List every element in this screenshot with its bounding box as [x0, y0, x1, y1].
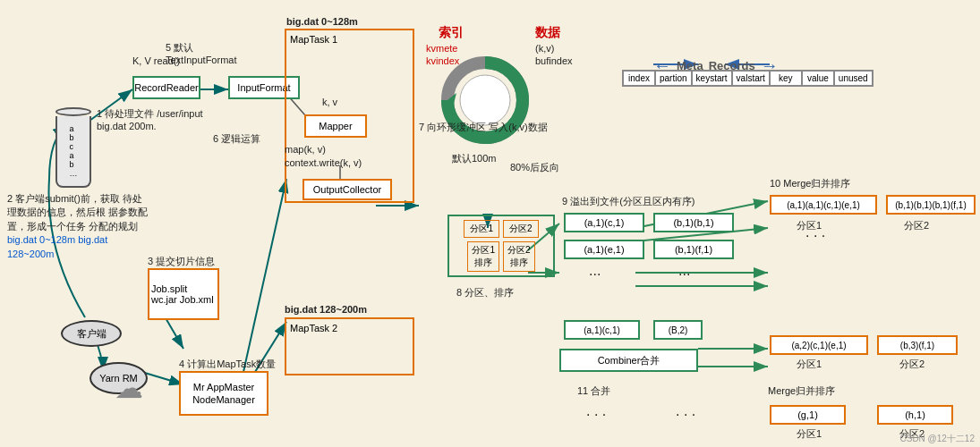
row-a1c1-box: (a,1)(c,1): [564, 213, 644, 232]
appmaster-box: Mr AppMaster NodeManager: [179, 371, 268, 416]
step6-label: 6 逻辑运算: [213, 132, 260, 146]
combiner-result2-box: (b,3)(f,1): [877, 335, 958, 355]
svg-point-26: [460, 75, 510, 125]
row-b1f1-box: (b,1)(f,1): [653, 240, 734, 259]
default100m-label: 默认100m: [452, 152, 497, 165]
partitions-box: 分区1 分区2 分区1排序 分区2排序: [447, 215, 555, 277]
dots-bottom2: · · ·: [676, 407, 695, 423]
partition2-combiner-label: 分区2: [899, 358, 925, 371]
combiner-box: Combiner合并: [559, 349, 698, 372]
footer-label: CSDN @12十二12: [899, 433, 975, 445]
row-a1e1-box: (a,1)(e,1): [564, 240, 644, 259]
dots2: ···: [678, 266, 690, 283]
step10-label: 10 Merge归并排序: [770, 177, 850, 190]
partition2-cell: 分区2: [503, 220, 539, 238]
partition1-sort-cell: 分区1排序: [467, 241, 499, 272]
step3-label: 3 提交切片信息: [148, 255, 215, 268]
row-b1b1-box: (b,1)(b,1): [653, 213, 734, 232]
partition1-final-label: 分区1: [797, 427, 822, 441]
col-keystart: keystart: [692, 71, 732, 86]
percent80-label: 80%后反向: [510, 161, 559, 174]
record-reader-box: RecordReader: [132, 76, 200, 99]
partition1-cell: 分区1: [464, 220, 499, 238]
combiner-result1-box: (a,2)(c,1)(e,1): [770, 335, 868, 355]
partition2-merge-label: 分区2: [904, 219, 929, 232]
combiner-B2-box: (B,2): [653, 320, 703, 340]
dots1: ···: [589, 266, 601, 283]
index-label: 索引: [439, 25, 464, 41]
dots-bottom: · · ·: [586, 407, 606, 423]
diagram-container: abcab… 1 待处理文件 /user/input big.dat 200m.…: [0, 0, 980, 447]
col-partion: partion: [655, 71, 692, 86]
combiner-a1c1-box: (a,1)(c,1): [564, 320, 640, 340]
table-header: index partion keystart valstart key valu…: [622, 70, 873, 87]
col-index: index: [623, 71, 655, 86]
map-kv-label: map(k, v)context.write(k, v): [285, 143, 362, 171]
bufindex-label: bufindex: [535, 55, 573, 66]
step5-label: 5 默认TextInputFormat: [166, 41, 236, 67]
kvmete-label: kvmete: [426, 43, 457, 54]
client-oval: 客户端: [61, 320, 122, 347]
col-unused: unused: [834, 71, 873, 86]
step9-label: 9 溢出到文件(分区且区内有序): [562, 195, 695, 208]
final-g1-box: (g,1): [770, 405, 846, 425]
step11-label: 11 合并: [577, 384, 610, 398]
data-label: 数据: [535, 25, 560, 41]
file-cylinder: abcab…: [55, 107, 91, 188]
step7-label: 7 向环形缓冲区 写入(k,v)数据: [419, 121, 548, 133]
kvindex-label: kvindex: [426, 55, 459, 66]
mapper-box: Mapper: [304, 114, 367, 138]
col-value: value: [802, 71, 834, 86]
step3-box: Job.split wc.jar Job.xml: [148, 268, 219, 320]
kv-data-label: (k,v): [535, 43, 554, 54]
svg-line-20: [242, 179, 286, 380]
col-valstart: valstart: [732, 71, 770, 86]
partition1-merge-label: 分区1: [797, 219, 822, 232]
merge-sort-label: Merge归并排序: [768, 384, 835, 398]
merge-b1b1b1f1-box: (b,1)(b,1)(b,1)(f,1): [886, 195, 976, 215]
col-key: key: [770, 71, 802, 86]
step1-label: 1 待处理文件 /user/input big.dat 200m.: [97, 107, 213, 133]
step4-label: 4 计算出MapTask数量: [179, 358, 276, 371]
bigdat-label: big.dat 0~128m: [286, 16, 358, 27]
cloud-icon: ☁: [115, 371, 143, 405]
step2-label: 2 客户端submit()前，获取 待处理数据的信息，然后根 据参数配置，形成一…: [7, 192, 150, 261]
partition1-combiner-label: 分区1: [797, 358, 822, 371]
kv-label: k, v: [322, 97, 337, 107]
step8-label: 8 分区、排序: [456, 286, 514, 299]
maptask2-box: MapTask 2: [285, 317, 414, 375]
bigdat2-label: big.dat 128~200m: [285, 304, 367, 315]
partition2-sort-cell: 分区2排序: [503, 241, 535, 272]
final-h1-box: (h,1): [877, 405, 953, 425]
merge-a1a1c1e1-box: (a,1)(a,1)(c,1)(e,1): [770, 195, 877, 215]
output-collector-box: OutputCollector: [303, 179, 392, 200]
